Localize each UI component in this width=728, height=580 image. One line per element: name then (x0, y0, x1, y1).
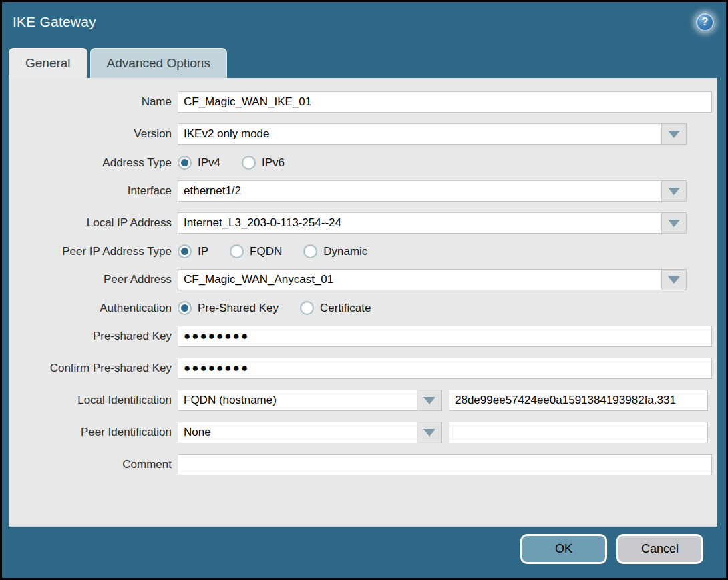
local-identification-label: Local Identification (9, 394, 178, 407)
peer-identification-dropdown-button[interactable] (417, 422, 442, 443)
dialog-title: IKE Gateway (13, 14, 96, 30)
radio-ipv6[interactable]: IPv6 (242, 156, 285, 170)
chevron-down-icon (423, 429, 435, 437)
tab-advanced-options[interactable]: Advanced Options (90, 48, 227, 78)
row-local-ip-address: Local IP Address (9, 212, 717, 234)
cancel-button[interactable]: Cancel (616, 534, 703, 564)
address-type-radio-group: IPv4 IPv6 (178, 156, 306, 170)
version-dropdown (178, 123, 687, 145)
local-identification-dropdown-button[interactable] (417, 390, 442, 411)
name-label: Name (9, 95, 178, 109)
authentication-label: Authentication (9, 302, 178, 315)
confirm-pre-shared-key-label: Confirm Pre-shared Key (9, 362, 178, 375)
radio-ip[interactable]: IP (178, 244, 208, 258)
radio-ipv4-label: IPv4 (198, 156, 220, 170)
row-interface: Interface (9, 180, 717, 202)
dialog-titlebar: IKE Gateway ? (2, 2, 726, 42)
radio-button-icon[interactable] (303, 244, 317, 258)
row-local-identification: Local Identification (9, 390, 717, 411)
row-version: Version (9, 123, 717, 145)
radio-button-icon[interactable] (300, 301, 314, 315)
radio-certificate-label: Certificate (320, 302, 371, 315)
radio-fqdn-label: FQDN (250, 245, 282, 258)
radio-dynamic[interactable]: Dynamic (303, 244, 367, 258)
peer-address-input[interactable] (178, 269, 661, 290)
row-name: Name (9, 91, 717, 113)
dialog-footer: OK Cancel (2, 527, 726, 578)
radio-button-icon[interactable] (178, 156, 192, 170)
peer-address-dropdown-button[interactable] (661, 269, 687, 290)
row-peer-ip-address-type: Peer IP Address Type IP FQDN Dynamic (9, 244, 717, 258)
authentication-radio-group: Pre-Shared Key Certificate (178, 301, 392, 315)
row-address-type: Address Type IPv4 IPv6 (9, 156, 717, 170)
peer-address-dropdown (178, 269, 687, 290)
radio-pre-shared-key-label: Pre-Shared Key (198, 302, 279, 315)
row-peer-address: Peer Address (9, 269, 717, 290)
comment-input[interactable] (178, 454, 712, 475)
tab-general[interactable]: General (9, 48, 87, 78)
pre-shared-key-label: Pre-shared Key (9, 330, 178, 343)
chevron-down-icon (668, 220, 680, 227)
interface-input[interactable] (178, 180, 661, 202)
peer-identification-label: Peer Identification (9, 426, 178, 439)
radio-ipv4[interactable]: IPv4 (178, 156, 220, 170)
peer-address-label: Peer Address (9, 273, 178, 286)
row-comment: Comment (9, 454, 717, 475)
local-identification-type-dropdown (178, 390, 442, 411)
radio-pre-shared-key[interactable]: Pre-Shared Key (178, 301, 279, 315)
radio-button-icon[interactable] (178, 301, 192, 315)
radio-ipv6-label: IPv6 (262, 156, 285, 170)
ok-button[interactable]: OK (520, 534, 607, 564)
peer-ip-address-type-label: Peer IP Address Type (9, 245, 178, 258)
confirm-pre-shared-key-input[interactable] (178, 358, 712, 379)
interface-dropdown-button[interactable] (661, 180, 687, 202)
address-type-label: Address Type (9, 156, 178, 170)
help-icon[interactable]: ? (696, 13, 714, 31)
peer-identification-type-dropdown (178, 422, 442, 443)
local-ip-address-input[interactable] (178, 212, 661, 234)
local-identification-type-input[interactable] (178, 390, 417, 411)
row-peer-identification: Peer Identification (9, 422, 717, 443)
name-input[interactable] (178, 91, 712, 113)
row-confirm-pre-shared-key: Confirm Pre-shared Key (9, 358, 717, 379)
peer-identification-value-input[interactable] (449, 422, 708, 443)
row-authentication: Authentication Pre-Shared Key Certificat… (9, 301, 717, 315)
version-dropdown-button[interactable] (661, 123, 687, 145)
radio-certificate[interactable]: Certificate (300, 301, 371, 315)
chevron-down-icon (668, 276, 680, 284)
peer-identification-type-input[interactable] (178, 422, 417, 443)
radio-dynamic-label: Dynamic (323, 245, 367, 258)
tab-bar: General Advanced Options (2, 42, 726, 78)
comment-label: Comment (9, 458, 178, 471)
chevron-down-icon (668, 188, 680, 195)
local-ip-address-dropdown (178, 212, 687, 234)
peer-ip-address-type-radio-group: IP FQDN Dynamic (178, 244, 389, 258)
chevron-down-icon (423, 397, 435, 404)
interface-dropdown (178, 180, 687, 202)
local-ip-address-label: Local IP Address (9, 216, 178, 230)
pre-shared-key-input[interactable] (178, 326, 712, 347)
radio-button-icon[interactable] (242, 156, 256, 170)
row-pre-shared-key: Pre-shared Key (9, 326, 717, 347)
chevron-down-icon (668, 131, 680, 138)
radio-fqdn[interactable]: FQDN (230, 244, 282, 258)
radio-button-icon[interactable] (178, 244, 192, 258)
version-label: Version (9, 127, 178, 141)
version-input[interactable] (178, 123, 661, 145)
local-identification-value-input[interactable] (449, 390, 708, 411)
general-tab-panel: Name Version Address Type IPv4 IPv6 (9, 78, 717, 527)
radio-button-icon[interactable] (230, 244, 244, 258)
ike-gateway-dialog: IKE Gateway ? General Advanced Options N… (0, 0, 728, 580)
radio-ip-label: IP (198, 245, 208, 258)
interface-label: Interface (9, 184, 178, 198)
local-ip-address-dropdown-button[interactable] (661, 212, 687, 234)
